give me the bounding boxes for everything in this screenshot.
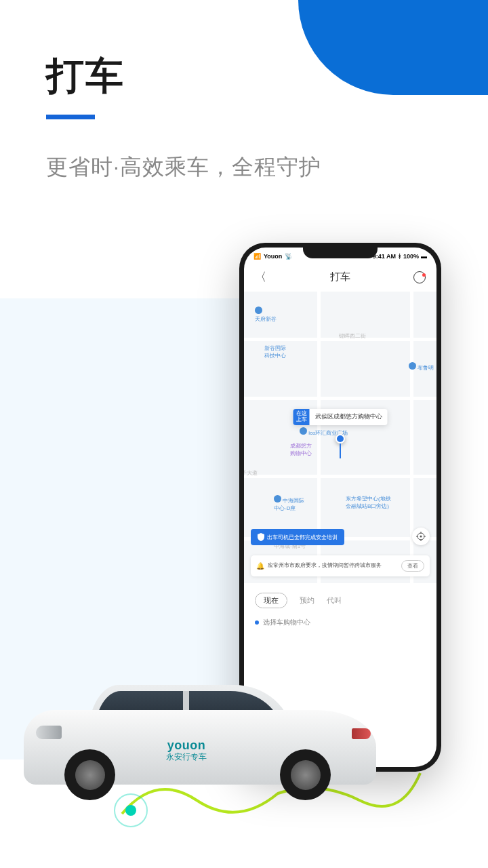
- page-title: 打车: [46, 51, 125, 102]
- wifi-icon: 📡: [285, 253, 292, 260]
- svg-point-1: [420, 536, 422, 538]
- booking-panel: 现在 预约 代叫 选择车购物中心: [244, 583, 436, 637]
- car-brand: youon: [166, 738, 207, 753]
- map-poi: 新谷国际 科技中心: [264, 344, 286, 359]
- time-label: 9:41 AM: [373, 253, 396, 260]
- locate-me-button[interactable]: [412, 528, 430, 545]
- phone-notch: [303, 248, 378, 258]
- notice-text: 应常州市市政府要求，疫情期间暂停跨城市服务: [268, 562, 398, 569]
- page-subtitle: 更省时·高效乘车，全程守护: [46, 153, 321, 182]
- battery-icon: ▬: [421, 253, 427, 260]
- map-poi: 布鲁明: [409, 362, 434, 372]
- signal-icon: 📶: [253, 253, 261, 260]
- carrier-label: Youon: [264, 253, 282, 260]
- car-illustration: youon 永安行专车: [24, 671, 376, 804]
- hero-heading: 打车: [46, 51, 125, 119]
- map-poi: 成都悠方 购物中心: [290, 442, 312, 457]
- title-underline: [46, 115, 95, 119]
- map-poi: 天府新谷: [255, 307, 277, 323]
- location-pin-icon: [336, 434, 345, 443]
- header-title: 打车: [330, 271, 350, 283]
- destination-text: 选择车购物中心: [263, 618, 310, 627]
- tab-now[interactable]: 现在: [255, 593, 287, 608]
- battery-label: 100%: [403, 253, 419, 260]
- safety-text: 出车司机已全部完成安全培训: [267, 534, 338, 541]
- booking-tabs: 现在 预约 代叫: [255, 593, 426, 608]
- map-view[interactable]: 天府新谷 新谷国际 科技中心 锦晖西二街 布鲁明 ico环汇商业广场 成都悠方 …: [244, 292, 436, 583]
- pickup-location-bubble[interactable]: 在这 上车 武侯区成都悠方购物中心: [293, 409, 388, 425]
- view-button[interactable]: 查看: [401, 560, 424, 572]
- pickup-tag: 在这 上车: [293, 409, 310, 425]
- pickup-location-text: 武侯区成都悠方购物中心: [310, 409, 388, 425]
- app-header: 〈 打车: [244, 262, 436, 292]
- destination-input[interactable]: 选择车购物中心: [255, 618, 426, 627]
- location-dot-icon: [255, 620, 259, 625]
- car-brand-sub: 永安行专车: [166, 751, 207, 763]
- map-poi: 中海国际 中心-D座: [274, 495, 304, 512]
- map-poi: 东方希望中心(地铁 金融城站B口旁边): [346, 495, 391, 510]
- chat-icon[interactable]: [413, 271, 426, 283]
- safety-banner[interactable]: 出车司机已全部完成安全培训: [251, 529, 344, 545]
- crosshair-icon: [416, 532, 426, 541]
- tab-proxy[interactable]: 代叫: [327, 595, 342, 606]
- map-street-label: 子大道: [244, 469, 258, 477]
- back-button[interactable]: 〈: [255, 269, 266, 285]
- map-street-label: 锦晖西二街: [339, 332, 366, 340]
- tab-schedule[interactable]: 预约: [300, 595, 314, 606]
- decorative-curve: [298, 0, 488, 95]
- notice-bar: 🔔 应常州市市政府要求，疫情期间暂停跨城市服务 查看: [251, 555, 430, 576]
- pin-stick: [340, 443, 341, 458]
- bluetooth-icon: ᚼ: [398, 253, 401, 260]
- shield-icon: [258, 533, 264, 541]
- bell-icon: 🔔: [256, 562, 264, 570]
